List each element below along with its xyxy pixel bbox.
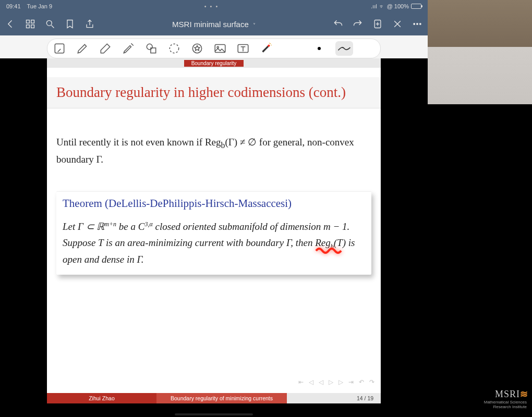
svg-rect-1 [31, 20, 34, 23]
nav-prev-section-icon[interactable]: ◁ [319, 378, 323, 386]
th-b: be a C [116, 221, 144, 232]
laser-tool-icon[interactable] [259, 42, 273, 55]
slide-topic-tab: Boundary regularity [184, 60, 244, 67]
status-right: .ııl ᯤ @ 100% [371, 3, 421, 9]
brand-wave-icon: ≋ [520, 389, 527, 399]
nav-undo-icon[interactable]: ↶ [359, 378, 364, 386]
add-page-icon[interactable] [372, 19, 383, 29]
app-header: MSRI minimal surface ˅ [0, 13, 428, 35]
nav-prev-icon[interactable]: ◁ [309, 378, 313, 386]
eraser-tool-icon[interactable] [99, 42, 112, 55]
slide-footer: Zihui Zhao Boundary regularity of minimi… [47, 393, 381, 403]
page-current: 14 [357, 395, 363, 401]
th-sup1: m+n [104, 220, 116, 228]
document-title-text: MSRI minimal surface [172, 20, 249, 29]
footer-page: 14 / 19 [349, 393, 381, 403]
status-time: 09:41 Tue Jan 9 [6, 3, 52, 9]
date-text: Tue Jan 9 [27, 3, 53, 9]
share-icon[interactable] [84, 19, 95, 29]
webcam-feed [428, 0, 532, 104]
theorem-box: Theorem (DeLellis-DePhilippis-Hirsch-Mas… [56, 191, 371, 275]
close-icon[interactable] [392, 19, 403, 29]
stroke-preview[interactable] [335, 41, 353, 56]
stamp-tool-icon[interactable] [190, 42, 204, 55]
lasso-tool-icon[interactable] [167, 42, 181, 55]
svg-point-17 [170, 44, 178, 53]
svg-rect-2 [27, 25, 30, 28]
para1-a: Until recently it is not even known if R… [56, 137, 221, 148]
side-column: MSRI≋ Mathematical Sciences Research Ins… [428, 0, 532, 417]
bookmark-icon[interactable] [65, 19, 75, 29]
annotation-toolbar-wrap [0, 35, 428, 58]
grid-icon[interactable] [25, 19, 35, 29]
msri-brand: MSRI≋ Mathematical Sciences Research Ins… [428, 388, 532, 417]
text-tool-icon[interactable] [236, 42, 250, 55]
color-swatch[interactable] [312, 42, 326, 55]
svg-point-4 [46, 20, 52, 26]
th-sup2: 3,α [144, 220, 152, 228]
undo-button[interactable] [333, 19, 343, 29]
nav-last-icon[interactable]: ⇥ [348, 378, 354, 386]
svg-point-22 [268, 44, 270, 46]
annotation-toolbar [47, 39, 381, 58]
slide-title: Boundary regularity in higher codimensio… [56, 84, 371, 101]
svg-point-12 [417, 23, 418, 25]
zoom-tool-icon[interactable] [53, 42, 66, 55]
cellular-icon: .ııl [371, 3, 377, 9]
home-indicator[interactable] [175, 413, 253, 415]
more-icon[interactable] [412, 19, 422, 29]
clock-text: 09:41 [6, 3, 21, 9]
nav-redo-icon[interactable]: ↷ [369, 378, 374, 386]
msri-logo: MSRI≋ [428, 388, 527, 400]
svg-point-11 [414, 23, 415, 25]
nav-first-icon[interactable]: ⇤ [298, 378, 304, 386]
brand-line2: Research Institute [428, 404, 527, 410]
annotation-red-squiggle [315, 244, 346, 259]
highlighter-tool-icon[interactable] [122, 42, 135, 55]
brand-name: MSRI [495, 389, 520, 399]
image-tool-icon[interactable] [213, 42, 227, 55]
nav-next-section-icon[interactable]: ▷ [329, 378, 333, 386]
multitask-dots[interactable]: • • • [52, 3, 371, 9]
page-total: 19 [367, 395, 373, 401]
slide-title-band: Boundary regularity in higher codimensio… [47, 77, 381, 108]
nav-next-icon[interactable]: ▷ [338, 378, 343, 386]
svg-rect-14 [55, 44, 64, 53]
slide-canvas[interactable]: Boundary regularity Boundary regularity … [47, 58, 381, 403]
slide-paragraph-1: Until recently it is not even known if R… [56, 134, 371, 167]
status-bar: 09:41 Tue Jan 9 • • • .ııl ᯤ @ 100% [0, 0, 428, 13]
wifi-icon: ᯤ [379, 3, 385, 9]
th-a: Let Γ ⊂ ℝ [63, 221, 104, 232]
theorem-heading: Theorem (DeLellis-DePhilippis-Hirsch-Mas… [63, 195, 365, 212]
battery-icon [411, 4, 421, 9]
svg-rect-0 [27, 20, 30, 23]
search-icon[interactable] [45, 19, 55, 29]
pen-tool-icon[interactable] [76, 42, 89, 55]
svg-point-15 [147, 44, 152, 50]
brand-line1: Mathematical Sciences [428, 400, 527, 405]
footer-talk-title: Boundary regularity of minimizing curren… [156, 393, 287, 403]
page-sep: / [363, 395, 368, 401]
back-button[interactable] [5, 19, 16, 29]
svg-point-13 [420, 23, 421, 25]
shape-tool-icon[interactable] [144, 42, 158, 55]
slide-body: Until recently it is not even known if R… [47, 108, 381, 275]
slide-topic-bar: Boundary regularity [47, 58, 381, 68]
beamer-nav-row: ⇤ ◁ ◁ ▷ ▷ ⇥ ↶ ↷ [298, 378, 374, 386]
footer-author: Zihui Zhao [47, 393, 156, 403]
battery-percent: @ 100% [387, 3, 409, 9]
svg-line-5 [52, 26, 54, 28]
title-chevron-icon: ˅ [253, 22, 256, 28]
svg-rect-3 [31, 25, 34, 28]
ipad-screen: 09:41 Tue Jan 9 • • • .ııl ᯤ @ 100% MSRI… [0, 0, 428, 417]
document-title[interactable]: MSRI minimal surface ˅ [95, 20, 333, 29]
theorem-body: Let Γ ⊂ ℝm+n be a C3,α closed oriented s… [63, 219, 365, 267]
redo-button[interactable] [353, 19, 363, 29]
